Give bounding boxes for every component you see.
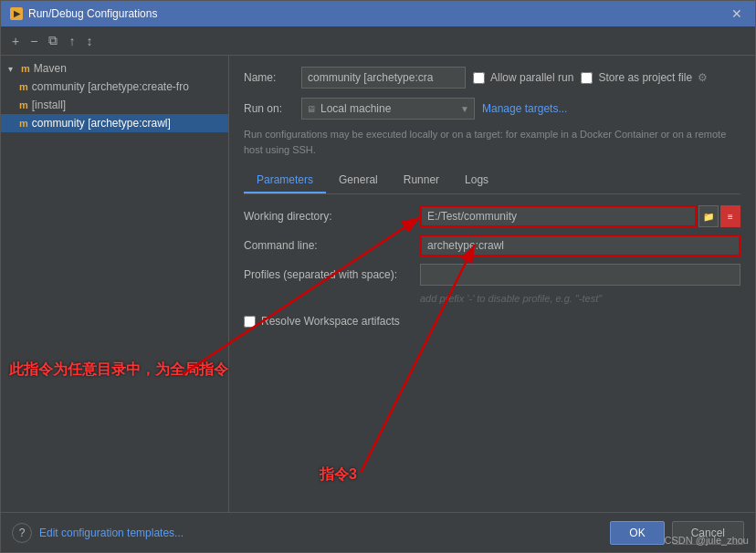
remove-config-button[interactable]: − (26, 32, 41, 50)
sidebar: ▾ m Maven m community [archetype:create-… (1, 56, 229, 512)
allow-parallel-row: Allow parallel run (473, 71, 573, 84)
working-dir-row: Working directory: 📁 ≡ (244, 205, 740, 227)
resolve-checkbox[interactable] (244, 316, 256, 328)
sort-button[interactable]: ↕ (82, 32, 96, 50)
maven-label: Maven (34, 62, 67, 75)
run-on-label: Run on: (244, 102, 294, 115)
footer: ? Edit configuration templates... OK Can… (1, 512, 755, 552)
resolve-row: Resolve Workspace artifacts (244, 311, 740, 328)
edit-templates-link[interactable]: Edit configuration templates... (39, 527, 184, 539)
add-config-button[interactable]: + (8, 32, 23, 50)
name-row: Name: Allow parallel run Store as projec… (244, 67, 740, 89)
allow-parallel-checkbox[interactable] (473, 72, 485, 84)
tabs: Parameters General Runner Logs (244, 168, 740, 194)
command-line-row: Command line: (244, 235, 740, 256)
tab-general[interactable]: General (326, 168, 391, 193)
run-on-row: Run on: 🖥 Local machine ▼ Manage targets… (244, 98, 740, 120)
params-section: Working directory: 📁 ≡ Command line: (244, 205, 740, 328)
info-text: Run configurations may be executed local… (244, 127, 740, 157)
dialog-title: Run/Debug Configurations (28, 7, 157, 20)
select-arrow-icon: ▼ (456, 104, 474, 114)
maven-icon-2: m (19, 99, 28, 110)
working-dir-label: Working directory: (244, 210, 413, 223)
store-project-label: Store as project file (598, 71, 692, 84)
working-dir-browse-button[interactable]: 📁 (698, 205, 719, 227)
working-dir-input[interactable] (420, 205, 697, 227)
title-bar: ▶ Run/Debug Configurations ✕ (1, 1, 755, 26)
tab-parameters[interactable]: Parameters (244, 168, 326, 193)
maven-icon: m (21, 63, 30, 74)
move-up-button[interactable]: ↑ (65, 32, 79, 50)
maven-icon-1: m (19, 81, 28, 92)
name-input[interactable] (301, 67, 466, 89)
run-on-select[interactable]: 🖥 Local machine ▼ (301, 98, 475, 120)
tab-logs[interactable]: Logs (452, 168, 501, 193)
name-label: Name: (244, 71, 294, 84)
close-button[interactable]: ✕ (728, 6, 746, 21)
expand-arrow: ▾ (8, 64, 17, 74)
title-bar-left: ▶ Run/Debug Configurations (10, 7, 157, 20)
gear-icon[interactable]: ⚙ (698, 71, 708, 84)
tree-maven-group[interactable]: ▾ m Maven (1, 59, 228, 78)
maven-icon-3: m (19, 118, 28, 129)
working-dir-vars-button[interactable]: ≡ (720, 205, 740, 227)
run-on-value: Local machine (320, 102, 456, 115)
sidebar-item-label-1: community [archetype:create-fro (32, 80, 189, 93)
footer-left: ? Edit configuration templates... (12, 523, 184, 543)
right-panel: Name: Allow parallel run Store as projec… (229, 56, 755, 512)
profiles-row: Profiles (separated with space): (244, 264, 740, 286)
ok-button[interactable]: OK (610, 521, 664, 545)
profiles-input[interactable] (420, 264, 740, 286)
run-debug-dialog: ▶ Run/Debug Configurations ✕ + − ⧉ ↑ ↕ ▾… (0, 0, 756, 553)
copy-config-button[interactable]: ⧉ (45, 31, 61, 50)
profiles-container (420, 264, 740, 286)
cancel-button[interactable]: Cancel (672, 521, 744, 545)
tab-runner[interactable]: Runner (391, 168, 452, 193)
tree-section: ▾ m Maven m community [archetype:create-… (1, 56, 228, 136)
dialog-icon: ▶ (10, 7, 23, 20)
sidebar-item-community-create[interactable]: m community [archetype:create-fro (1, 78, 228, 96)
folder-icon: 📁 (703, 212, 714, 222)
profiles-label: Profiles (separated with space): (244, 268, 413, 281)
toolbar: + − ⧉ ↑ ↕ (1, 26, 755, 56)
allow-parallel-label: Allow parallel run (490, 71, 573, 84)
help-button[interactable]: ? (12, 523, 32, 543)
command-line-input[interactable] (420, 235, 740, 256)
command-line-container (420, 235, 740, 256)
sidebar-item-label-3: community [archetype:crawl] (32, 117, 171, 130)
resolve-label: Resolve Workspace artifacts (261, 315, 400, 328)
sidebar-item-label-2: [install] (32, 99, 66, 111)
local-machine-icon: 🖥 (302, 104, 320, 114)
store-project-checkbox[interactable] (581, 72, 593, 84)
sidebar-item-community-crawl[interactable]: m community [archetype:crawl] (1, 114, 228, 132)
sidebar-item-install[interactable]: m [install] (1, 96, 228, 114)
store-project-row: Store as project file ⚙ (581, 71, 708, 84)
manage-targets-link[interactable]: Manage targets... (482, 102, 567, 115)
command-line-label: Command line: (244, 239, 413, 252)
footer-right: OK Cancel (610, 521, 744, 545)
working-dir-container: 📁 ≡ (420, 205, 740, 227)
main-content: ▾ m Maven m community [archetype:create-… (1, 56, 755, 512)
profiles-hint: add prefix '-' to disable profile, e.g. … (244, 293, 740, 304)
